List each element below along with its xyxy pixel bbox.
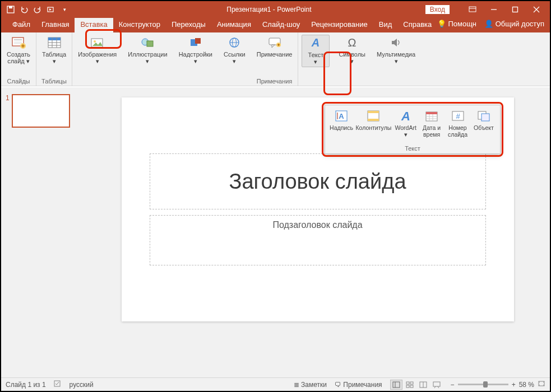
tab-insert[interactable]: Вставка bbox=[75, 18, 113, 32]
thumbnail-number: 1 bbox=[6, 94, 10, 102]
svg-rect-40 bbox=[368, 111, 379, 113]
svg-point-22 bbox=[94, 40, 96, 43]
slide-count[interactable]: Слайд 1 из 1 bbox=[6, 381, 46, 389]
slide-number-icon: # bbox=[450, 109, 466, 123]
text-button[interactable]: A Текст ▾ bbox=[302, 35, 330, 67]
text-icon: A bbox=[307, 36, 325, 50]
wordart-button[interactable]: A WordArt ▾ bbox=[393, 108, 419, 145]
header-footer-button[interactable]: Колонтитулы bbox=[354, 108, 392, 145]
tell-me-button[interactable]: 💡 Помощн bbox=[437, 20, 476, 28]
svg-rect-1 bbox=[9, 6, 12, 8]
tab-animations[interactable]: Анимация bbox=[211, 18, 257, 32]
svg-rect-52 bbox=[481, 114, 489, 121]
symbols-button[interactable]: Ω Символы ▾ bbox=[336, 35, 368, 66]
date-time-button[interactable]: Дата и время bbox=[419, 108, 444, 145]
slideshow-button[interactable] bbox=[430, 380, 443, 390]
minimize-button[interactable] bbox=[484, 2, 504, 17]
zoom-level[interactable]: 58 % bbox=[519, 381, 534, 389]
svg-text:A: A bbox=[339, 112, 344, 120]
tab-transitions[interactable]: Переходы bbox=[166, 18, 211, 32]
ribbon-group-tables: Таблица ▾ Таблицы bbox=[36, 32, 72, 86]
calendar-icon bbox=[424, 109, 439, 123]
subtitle-placeholder[interactable]: Подзаголовок слайда bbox=[150, 215, 486, 265]
ribbon-group-text: A Текст ▾ bbox=[298, 32, 333, 86]
table-button[interactable]: Таблица ▾ bbox=[40, 35, 68, 66]
svg-rect-57 bbox=[410, 382, 413, 384]
svg-rect-10 bbox=[14, 39, 22, 40]
comment-button[interactable]: Примечание bbox=[254, 35, 295, 59]
tab-review[interactable]: Рецензирование bbox=[305, 18, 373, 32]
textbox-button[interactable]: A Надпись bbox=[328, 108, 354, 145]
tab-slideshow[interactable]: Слайд-шоу bbox=[257, 18, 305, 32]
thumbnail-pane[interactable]: 1 bbox=[1, 87, 85, 377]
omega-icon: Ω bbox=[343, 36, 361, 49]
fit-to-window-button[interactable] bbox=[538, 380, 545, 389]
ribbon: Создать слайд ▾ Слайды Таблица ▾ Таблицы… bbox=[1, 32, 550, 86]
new-slide-button[interactable]: Создать слайд ▾ bbox=[4, 35, 33, 66]
tab-file[interactable]: Файл bbox=[7, 18, 36, 32]
svg-rect-16 bbox=[48, 38, 61, 40]
tab-view[interactable]: Вид bbox=[373, 18, 398, 32]
ribbon-tabs: Файл Главная Вставка Конструктор Переход… bbox=[1, 18, 550, 32]
person-icon: 👤 bbox=[484, 20, 493, 28]
svg-rect-41 bbox=[368, 119, 379, 121]
window-controls: Вход bbox=[425, 2, 550, 17]
undo-icon[interactable] bbox=[20, 6, 28, 13]
ribbon-group-links: Ссылки ▾ bbox=[218, 32, 251, 86]
illustrations-button[interactable]: Иллюстрации ▾ bbox=[126, 35, 169, 66]
qat-dropdown-icon[interactable]: ▾ bbox=[61, 6, 68, 13]
title-bar: ▾ Презентация1 - PowerPoint Вход bbox=[1, 1, 550, 18]
svg-rect-3 bbox=[469, 7, 476, 12]
title-placeholder[interactable]: Заголовок слайда bbox=[150, 153, 486, 209]
object-icon bbox=[476, 109, 492, 123]
addins-button[interactable]: Надстройки ▾ bbox=[177, 35, 215, 66]
ribbon-group-illustrations: Иллюстрации ▾ bbox=[122, 32, 173, 86]
tab-design[interactable]: Конструктор bbox=[113, 18, 166, 32]
text-gallery-popup: A Надпись Колонтитулы A WordArt ▾ Дата и… bbox=[325, 105, 501, 154]
svg-text:Ω: Ω bbox=[348, 36, 356, 49]
notes-button[interactable]: ≣ Заметки bbox=[294, 381, 327, 389]
slide-number-button[interactable]: # Номер слайда bbox=[445, 108, 471, 145]
object-button[interactable]: Объект bbox=[471, 108, 497, 145]
ribbon-display-options-icon[interactable] bbox=[462, 2, 483, 17]
save-icon[interactable] bbox=[7, 6, 15, 13]
zoom-out-button[interactable]: − bbox=[451, 381, 455, 389]
view-buttons bbox=[390, 380, 443, 390]
maximize-button[interactable] bbox=[505, 2, 525, 17]
normal-view-button[interactable] bbox=[390, 380, 402, 390]
thumbnail-preview[interactable] bbox=[12, 94, 70, 128]
spellcheck-icon[interactable] bbox=[54, 380, 62, 389]
svg-rect-59 bbox=[410, 385, 413, 388]
language-label[interactable]: русский bbox=[70, 381, 94, 389]
addins-icon bbox=[187, 36, 205, 49]
login-button[interactable]: Вход bbox=[425, 4, 450, 15]
ribbon-group-media: Мультимедиа ▾ bbox=[371, 32, 421, 86]
comments-button[interactable]: 🗨 Примечания bbox=[335, 381, 382, 389]
textbox-icon: A bbox=[334, 109, 349, 123]
svg-text:#: # bbox=[456, 112, 460, 120]
svg-rect-24 bbox=[147, 41, 153, 46]
media-button[interactable]: Мультимедиа ▾ bbox=[374, 35, 418, 66]
images-button[interactable]: Изображения ▾ bbox=[76, 35, 119, 66]
zoom-slider[interactable] bbox=[458, 384, 508, 385]
status-bar: Слайд 1 из 1 русский ≣ Заметки 🗨 Примеча… bbox=[1, 377, 550, 391]
svg-rect-26 bbox=[195, 38, 201, 44]
slide-thumbnail-1[interactable]: 1 bbox=[6, 94, 81, 128]
quick-access-toolbar: ▾ bbox=[1, 6, 113, 13]
wordart-icon: A bbox=[398, 109, 414, 123]
start-from-beginning-icon[interactable] bbox=[47, 6, 55, 13]
tab-help[interactable]: Справка bbox=[397, 18, 437, 32]
slide-sorter-button[interactable] bbox=[404, 380, 416, 390]
new-slide-icon bbox=[10, 36, 27, 49]
close-button[interactable] bbox=[526, 2, 547, 17]
share-button[interactable]: 👤 Общий доступ bbox=[484, 20, 544, 28]
svg-text:A: A bbox=[311, 36, 320, 49]
links-button[interactable]: Ссылки ▾ bbox=[221, 35, 248, 66]
window-title: Презентация1 - PowerPoint bbox=[113, 6, 425, 13]
zoom-in-button[interactable]: + bbox=[512, 381, 516, 389]
redo-icon[interactable] bbox=[34, 6, 41, 13]
svg-rect-6 bbox=[513, 7, 518, 12]
tab-home[interactable]: Главная bbox=[36, 18, 75, 32]
comment-icon bbox=[266, 36, 284, 49]
reading-view-button[interactable] bbox=[417, 380, 429, 390]
